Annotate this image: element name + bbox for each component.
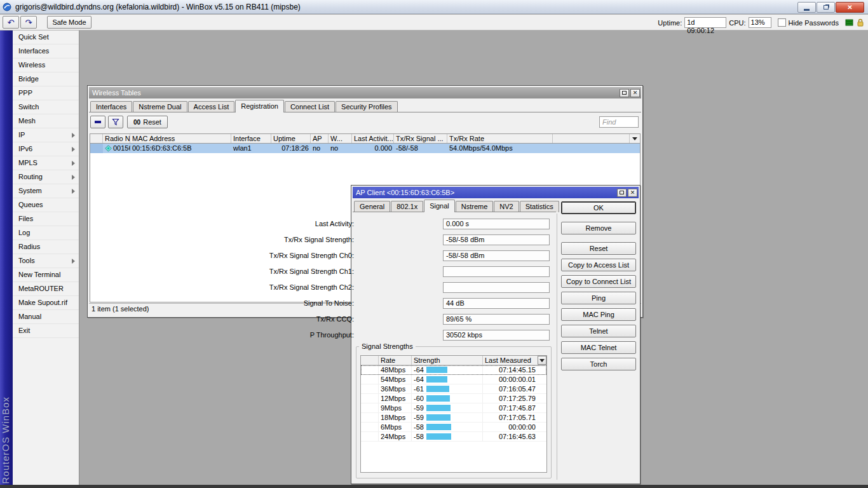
sidebar-item-make-supout[interactable]: Make Supout.rif xyxy=(13,296,79,310)
signal-bar xyxy=(426,376,447,383)
reset-button[interactable]: 00 Reset xyxy=(127,116,168,128)
tab-interfaces[interactable]: Interfaces xyxy=(90,101,132,112)
restore-button[interactable] xyxy=(817,2,835,13)
ap-client-titlebar[interactable]: AP Client <00:15:6D:63:C6:5B> ✕ xyxy=(353,187,639,198)
sidebar-item-files[interactable]: Files xyxy=(13,212,79,226)
registration-row-selected[interactable]: 00156D63... 00:15:6D:63:C6:5B wlan1 07:1… xyxy=(90,144,640,153)
column-options-button[interactable] xyxy=(630,134,640,143)
column-tx-rx-rate[interactable]: Tx/Rx Rate xyxy=(447,134,553,143)
signal-strengths-legend: Signal Strengths xyxy=(359,342,416,350)
sidebar-item-ipv6[interactable]: IPv6 xyxy=(13,142,79,156)
tab-registration[interactable]: Registration xyxy=(235,100,284,112)
tx-rx-signal-ch0-field[interactable]: -58/-58 dBm xyxy=(443,250,550,261)
sidebar-item-tools[interactable]: Tools xyxy=(13,254,79,268)
sidebar-item-ip[interactable]: IP xyxy=(13,128,79,142)
tab-statistics[interactable]: Statistics xyxy=(520,201,559,212)
column-interface[interactable]: Interface xyxy=(231,134,271,143)
sidebar-item-system[interactable]: System xyxy=(13,184,79,198)
restore-icon xyxy=(824,5,829,10)
sidebar-item-mpls[interactable]: MPLS xyxy=(13,156,79,170)
sidebar-item-new-terminal[interactable]: New Terminal xyxy=(13,268,79,282)
sidebar-item-quick-set[interactable]: Quick Set xyxy=(13,30,79,44)
sidebar-item-exit[interactable]: Exit xyxy=(13,324,79,338)
tx-rx-signal-ch2-field[interactable] xyxy=(443,282,550,293)
sidebar-item-ppp[interactable]: PPP xyxy=(13,86,79,100)
tab-general[interactable]: General xyxy=(354,201,390,212)
mac-ping-button[interactable]: MAC Ping xyxy=(561,308,636,321)
column-uptime[interactable]: Uptime xyxy=(271,134,311,143)
copy-to-connect-list-button[interactable]: Copy to Connect List xyxy=(561,275,636,288)
signal-row[interactable]: 36Mbps -61 07:16:05.47 xyxy=(361,384,546,394)
tab-security-profiles[interactable]: Security Profiles xyxy=(336,101,397,112)
sidebar-item-manual[interactable]: Manual xyxy=(13,310,79,324)
signal-row[interactable]: 48Mbps -64 07:14:45.15 xyxy=(361,365,546,375)
tab-nstreme[interactable]: Nstreme xyxy=(456,201,494,212)
undo-button[interactable]: ↶ xyxy=(3,16,19,29)
tab-8021x[interactable]: 802.1x xyxy=(391,201,423,212)
signal-to-noise-field[interactable]: 44 dB xyxy=(443,298,550,309)
maximize-button[interactable] xyxy=(617,189,627,197)
minimize-button[interactable] xyxy=(797,2,816,13)
ok-button[interactable]: OK xyxy=(561,201,636,214)
sidebar-item-switch[interactable]: Switch xyxy=(13,100,79,114)
signal-row[interactable]: 6Mbps -58 00:00:00 xyxy=(361,423,546,432)
minimize-icon xyxy=(804,9,810,11)
hide-passwords-checkbox[interactable] xyxy=(778,18,786,27)
sidebar-item-mesh[interactable]: Mesh xyxy=(13,114,79,128)
sidebar-item-wireless[interactable]: Wireless xyxy=(13,58,79,72)
copy-to-access-list-button[interactable]: Copy to Access List xyxy=(561,259,636,271)
column-rate[interactable]: Rate xyxy=(379,356,412,365)
signal-row[interactable]: 24Mbps -58 07:16:45.63 xyxy=(361,432,546,442)
column-strength[interactable]: Strength xyxy=(412,356,483,365)
remove-entry-button[interactable] xyxy=(90,116,105,128)
redo-button[interactable]: ↷ xyxy=(20,16,37,29)
tx-rx-signal-strength-field[interactable]: -58/-58 dBm xyxy=(443,234,550,245)
column-w[interactable]: W... xyxy=(329,134,352,143)
tab-nstreme-dual[interactable]: Nstreme Dual xyxy=(133,101,187,112)
find-input[interactable]: Find xyxy=(599,116,639,128)
sidebar-item-interfaces[interactable]: Interfaces xyxy=(13,44,79,58)
column-last-measured[interactable]: Last Measured xyxy=(483,356,538,365)
column-select[interactable] xyxy=(90,134,103,143)
signal-row[interactable]: 54Mbps -64 00:00:00.01 xyxy=(361,375,546,384)
close-button[interactable]: ✕ xyxy=(630,89,640,97)
signal-row[interactable]: 18Mbps -59 07:17:05.71 xyxy=(361,413,546,423)
torch-button[interactable]: Torch xyxy=(561,358,636,370)
tab-access-list[interactable]: Access List xyxy=(188,101,235,112)
column-radio-name[interactable]: Radio Name/ xyxy=(103,134,130,143)
remove-button[interactable]: Remove xyxy=(561,222,636,234)
filter-button[interactable] xyxy=(108,116,123,128)
reset-button[interactable]: Reset xyxy=(561,242,636,255)
sidebar-item-radius[interactable]: Radius xyxy=(13,240,79,254)
p-throughput-field[interactable]: 30502 kbps xyxy=(443,330,550,341)
maximize-button[interactable] xyxy=(620,89,629,97)
cell-interface: wlan1 xyxy=(231,144,271,153)
sidebar-item-metarouter[interactable]: MetaROUTER xyxy=(13,282,79,296)
column-tx-rx-signal[interactable]: Tx/Rx Signal ... xyxy=(394,134,447,143)
mac-telnet-button[interactable]: MAC Telnet xyxy=(561,341,636,354)
column-ap[interactable]: AP xyxy=(311,134,329,143)
column-mac-address[interactable]: MAC Address xyxy=(130,134,231,143)
last-activity-label: Last Activity: xyxy=(208,219,354,229)
column-last-activity[interactable]: Last Activit... xyxy=(352,134,394,143)
tx-rx-signal-ch1-field[interactable] xyxy=(443,266,550,277)
tab-nv2[interactable]: NV2 xyxy=(494,201,519,212)
last-activity-field[interactable]: 0.000 s xyxy=(443,219,550,229)
telnet-button[interactable]: Telnet xyxy=(561,325,636,337)
sidebar-item-queues[interactable]: Queues xyxy=(13,198,79,212)
tab-signal[interactable]: Signal xyxy=(424,200,455,212)
sidebar-item-bridge[interactable]: Bridge xyxy=(13,72,79,86)
signal-bar xyxy=(426,395,450,402)
sidebar-item-routing[interactable]: Routing xyxy=(13,170,79,184)
signal-row[interactable]: 12Mbps -60 07:17:25.79 xyxy=(361,394,546,403)
sidebar-item-log[interactable]: Log xyxy=(13,226,79,240)
signal-row[interactable]: 9Mbps -59 07:17:45.87 xyxy=(361,403,546,413)
column-options-button[interactable] xyxy=(538,356,546,365)
tx-rx-ccq-field[interactable]: 89/65 % xyxy=(443,314,550,325)
close-button[interactable]: ✕ xyxy=(628,189,637,197)
safe-mode-button[interactable]: Safe Mode xyxy=(47,16,92,29)
close-button[interactable]: ✕ xyxy=(836,2,864,13)
tab-connect-list[interactable]: Connect List xyxy=(285,101,335,112)
wireless-tables-titlebar[interactable]: Wireless Tables ✕ xyxy=(89,87,641,98)
ping-button[interactable]: Ping xyxy=(561,292,636,304)
